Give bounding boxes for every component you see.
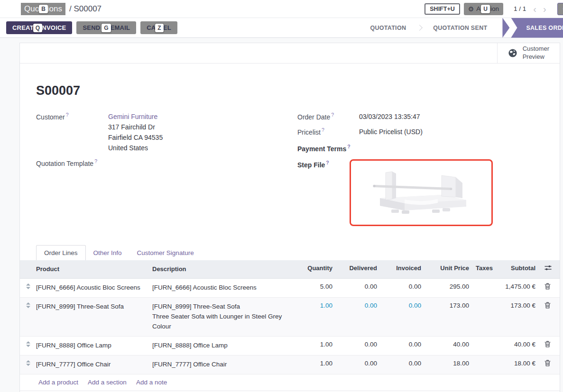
quotation-template-label: Quotation Template?	[36, 158, 108, 167]
cell-description[interactable]: [FURN_6666] Acoustic Bloc Screens	[148, 279, 297, 297]
cell-quantity[interactable]: 1.00	[297, 337, 337, 355]
form-sheet: S00007 Customer? Gemini Furniture 317 Fa…	[20, 64, 560, 260]
order-lines-table: Product Description Quantity Delivered I…	[20, 260, 560, 391]
delete-row-icon[interactable]	[540, 337, 560, 355]
pager-previous-icon[interactable]: ‹	[533, 4, 536, 14]
send-email-button[interactable]: SEND GEMAIL	[76, 21, 136, 34]
cell-unit-price[interactable]: 18.00	[426, 356, 474, 374]
cancel-post: EL	[163, 24, 171, 31]
status-quotation-sent[interactable]: QUOTATION SENT	[423, 18, 498, 38]
customer-preview-button[interactable]: Customer Preview	[497, 43, 560, 63]
create-invoice-pre: CREAT	[12, 24, 34, 31]
fields-left-column: Customer? Gemini Furniture 317 Fairchild…	[36, 111, 290, 231]
cancel-pre: CA	[147, 24, 156, 31]
pager-next-icon[interactable]: ›	[543, 4, 546, 14]
keyhint-shift-u: SHIFT+U	[425, 3, 460, 15]
tab-customer-signature[interactable]: Customer Signature	[129, 246, 202, 260]
col-delivered[interactable]: Delivered	[337, 260, 382, 278]
cell-product[interactable]: [FURN_6666] Acoustic Bloc Screens	[36, 279, 148, 297]
drag-handle-icon[interactable]	[20, 337, 36, 355]
cell-quantity[interactable]: 1.00	[297, 298, 337, 336]
tab-other-info[interactable]: Other Info	[86, 246, 129, 260]
globe-icon	[508, 48, 517, 58]
table-row[interactable]: [FURN_7777] Office Chair [FURN_7777] Off…	[20, 356, 560, 374]
drag-handle-icon[interactable]	[20, 279, 36, 297]
help-icon: ?	[347, 144, 350, 149]
partial-close-button[interactable]: C	[557, 3, 563, 15]
payment-terms-label: Payment Terms?	[297, 143, 359, 153]
table-row[interactable]: [FURN_8999] Three-Seat Sofa [FURN_8999] …	[20, 298, 560, 337]
cell-subtotal: 40.00 €	[495, 337, 540, 355]
fields-right-column: Order Date? 03/03/2023 13:35:47 Pricelis…	[290, 111, 544, 231]
cell-taxes[interactable]	[474, 337, 495, 355]
cell-delivered[interactable]: 0.00	[337, 337, 382, 355]
cell-invoiced[interactable]: 0.00	[382, 337, 426, 355]
delete-row-icon[interactable]	[540, 279, 560, 297]
drag-handle-icon[interactable]	[20, 356, 36, 374]
col-product[interactable]: Product	[36, 260, 148, 278]
cell-description[interactable]: [FURN_8888] Office Lamp	[148, 337, 297, 355]
breadcrumb-current: / S00007	[69, 4, 102, 14]
cell-unit-price[interactable]: 173.00	[426, 298, 474, 336]
col-description[interactable]: Description	[148, 260, 297, 278]
cell-description[interactable]: [FURN_7777] Office Chair	[148, 356, 297, 374]
customer-address-line1: 317 Fairchild Dr	[108, 122, 163, 132]
col-unit-price[interactable]: Unit Price	[426, 260, 474, 278]
order-date-value[interactable]: 03/03/2023 13:35:47	[359, 111, 420, 122]
cell-taxes[interactable]	[474, 279, 495, 297]
cell-invoiced[interactable]: 0.00	[382, 356, 426, 374]
order-date-label: Order Date?	[297, 111, 359, 121]
table-row[interactable]: [FURN_6666] Acoustic Bloc Screens [FURN_…	[20, 279, 560, 298]
cell-product[interactable]: [FURN_8888] Office Lamp	[36, 337, 148, 355]
col-subtotal[interactable]: Subtotal	[495, 260, 540, 278]
col-invoiced[interactable]: Invoiced	[382, 260, 426, 278]
cell-invoiced[interactable]: 0.00	[382, 279, 426, 297]
cell-delivered[interactable]: 0.00	[337, 298, 382, 336]
col-taxes[interactable]: Taxes	[474, 260, 495, 278]
create-invoice-button[interactable]: CREATQNVOICE	[6, 21, 72, 34]
help-icon: ?	[66, 112, 69, 118]
delete-row-icon[interactable]	[540, 356, 560, 374]
customer-address-line2: Fairfield CA 94535	[108, 132, 163, 143]
cell-description[interactable]: [FURN_8999] Three-Seat Sofa Three Seater…	[148, 298, 297, 336]
cell-product[interactable]: [FURN_8999] Three-Seat Sofa	[36, 298, 148, 336]
status-sales-order[interactable]: SALES ORDER	[511, 18, 563, 38]
help-icon: ?	[326, 160, 329, 165]
col-quantity[interactable]: Quantity	[297, 260, 337, 278]
cell-unit-price[interactable]: 295.00	[426, 279, 474, 297]
cell-subtotal: 1,475.00 €	[495, 279, 540, 297]
add-a-product-link[interactable]: Add a product	[38, 379, 78, 386]
cell-taxes[interactable]	[474, 298, 495, 336]
cell-delivered[interactable]: 0.00	[337, 356, 382, 374]
cancel-button[interactable]: CAZEL	[140, 21, 177, 34]
step-file-preview[interactable]	[350, 159, 493, 226]
keyhint-u: U	[481, 5, 490, 13]
status-arrow-icon	[502, 18, 509, 38]
cell-quantity[interactable]: 5.00	[297, 279, 337, 297]
help-icon: ?	[322, 127, 324, 133]
table-add-links: Add a product Add a section Add a note	[20, 374, 560, 391]
delete-row-icon[interactable]	[540, 298, 560, 336]
topbar-right-controls: SHIFT+U ⚙AUion 1 / 1 ‹ › C	[425, 3, 563, 15]
add-a-section-link[interactable]: Add a section	[88, 379, 127, 386]
cell-unit-price[interactable]: 40.00	[426, 337, 474, 355]
add-a-note-link[interactable]: Add a note	[136, 379, 167, 386]
pricelist-value[interactable]: Public Pricelist (USD)	[359, 127, 423, 137]
drag-handle-icon[interactable]	[20, 298, 36, 336]
cell-taxes[interactable]	[474, 356, 495, 374]
keyhint-z: Z	[155, 24, 164, 32]
help-icon: ?	[94, 158, 97, 164]
status-quotation[interactable]: QUOTATION	[360, 18, 416, 38]
keyhint-g: G	[102, 24, 111, 32]
optional-columns-icon[interactable]	[540, 260, 560, 278]
customer-link[interactable]: Gemini Furniture	[108, 111, 163, 122]
action-menu-button[interactable]: ⚙AUion	[464, 3, 503, 15]
cell-quantity[interactable]: 1.00	[297, 356, 337, 374]
breadcrumb-quotations[interactable]: QuoBions	[21, 3, 65, 15]
cell-invoiced[interactable]: 0.00	[382, 298, 426, 336]
tab-order-lines[interactable]: Order Lines	[36, 245, 86, 260]
customer-label: Customer?	[36, 111, 108, 121]
cell-product[interactable]: [FURN_7777] Office Chair	[36, 356, 148, 374]
cell-delivered[interactable]: 0.00	[337, 279, 382, 297]
table-row[interactable]: [FURN_8888] Office Lamp [FURN_8888] Offi…	[20, 337, 560, 356]
